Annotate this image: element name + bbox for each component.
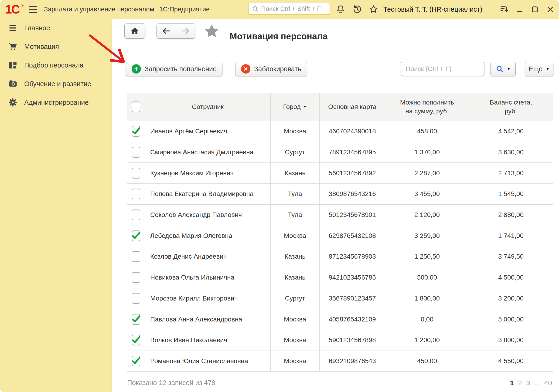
cell-balance: 4 500,00 <box>469 267 553 288</box>
cell-amount: 2 287,00 <box>385 163 469 183</box>
magnifier-icon <box>496 65 503 73</box>
page-ellipsis: ... <box>534 379 540 387</box>
list-search-input[interactable] <box>401 62 484 76</box>
row-checkbox-checked[interactable] <box>132 356 140 366</box>
row-checkbox-checked[interactable] <box>132 314 140 325</box>
gear-icon <box>8 98 18 107</box>
back-button[interactable] <box>157 24 176 38</box>
cell-employee: Кузнецов Максим Игоревич <box>145 163 271 183</box>
global-search-input[interactable]: Поиск Ctrl + Shift + F <box>249 3 330 15</box>
cell-balance: 4 542,00 <box>469 121 553 142</box>
find-button[interactable]: ▼ <box>491 62 516 76</box>
cell-balance: 1 545,00 <box>469 184 553 204</box>
table-row[interactable]: Кузнецов Максим Игоревич Казань 56012345… <box>127 163 553 184</box>
cell-city: Казань <box>271 163 320 183</box>
column-header-card[interactable]: Основная карта <box>320 93 385 121</box>
column-header-balance[interactable]: Баланс счета, руб. <box>469 93 553 121</box>
cell-city: Москва <box>271 225 320 246</box>
cell-card: 5901234567898 <box>320 330 385 351</box>
app-window: 1С® Зарплата и управление персоналом 1С:… <box>0 0 559 392</box>
sidebar-item-training[interactable]: Обучение и развитие <box>0 74 112 93</box>
row-checkbox-checked[interactable] <box>132 335 140 346</box>
table-row[interactable]: Морозов Кирилл Викторович Сургут 3567890… <box>127 288 553 309</box>
table-row[interactable]: Иванов Артём Сергеевич Москва 4607024390… <box>127 121 553 142</box>
cell-card: 3809876543216 <box>320 184 385 204</box>
cell-balance: 2 713,00 <box>469 163 553 183</box>
table-header: СотрудникГород▼Основная картаМожно попол… <box>127 93 553 121</box>
camera-icon <box>8 79 18 89</box>
row-checkbox-checked[interactable] <box>132 230 140 241</box>
cell-employee: Павлова Анна Александровна <box>145 309 271 330</box>
table-row[interactable]: Соколов Александр Павлович Тула 50123456… <box>127 205 553 226</box>
cart-icon <box>8 42 18 51</box>
maximize-icon[interactable] <box>531 5 539 14</box>
page-link-2[interactable]: 2 <box>518 379 522 387</box>
sidebar-item-recruiting[interactable]: Подбор персонала <box>0 56 112 74</box>
1c-logo: 1С® <box>5 3 23 15</box>
row-checkbox[interactable] <box>132 272 140 283</box>
column-header-amount[interactable]: Можно пополнить на сумму, руб. <box>385 93 469 121</box>
cell-amount: 450,00 <box>385 351 469 372</box>
close-icon[interactable] <box>546 5 554 14</box>
table-row[interactable]: Новикова Ольга Ильинична Казань 94210234… <box>127 267 553 288</box>
home-button[interactable] <box>124 23 145 39</box>
cell-city: Москва <box>271 330 320 351</box>
cell-card: 4058765432109 <box>320 309 385 330</box>
cell-balance: 2 880,00 <box>469 205 553 225</box>
row-checkbox[interactable] <box>132 147 140 158</box>
employees-table: СотрудникГород▼Основная картаМожно попол… <box>127 93 553 372</box>
cell-card: 5012345678901 <box>320 205 385 225</box>
table-row[interactable]: Волков Иван Николаевич Москва 5901234567… <box>127 330 553 351</box>
sidebar-item-motivation[interactable]: Мотивация <box>0 37 112 56</box>
table-row[interactable]: Козлов Денис Андреевич Казань 8712345678… <box>127 246 553 267</box>
collapse-panel-icon[interactable] <box>500 5 509 14</box>
row-checkbox[interactable] <box>132 251 140 262</box>
current-user[interactable]: Тестовый Т. Т. (HR-специалист) <box>383 6 482 13</box>
page-link-40[interactable]: 40 <box>544 379 552 387</box>
row-checkbox[interactable] <box>132 189 140 199</box>
history-icon[interactable] <box>353 5 362 14</box>
forward-button[interactable] <box>176 24 195 38</box>
column-header-city[interactable]: Город▼ <box>271 93 320 121</box>
app-title: Зарплата и управление персоналом <box>44 6 154 13</box>
favorite-star-icon[interactable] <box>204 23 220 39</box>
row-checkbox-checked[interactable] <box>132 126 140 137</box>
table-row[interactable]: Смирнова Анастасия Дмитриевна Сургут 789… <box>127 142 553 163</box>
sidebar-item-main[interactable]: Главное <box>0 19 112 37</box>
row-checkbox[interactable] <box>132 168 140 179</box>
cell-city: Казань <box>271 267 320 288</box>
find-dropdown-caret: ▼ <box>507 67 511 71</box>
cell-amount: 1 250,50 <box>385 246 469 267</box>
cell-city: Сургут <box>271 142 320 163</box>
cell-employee: Лебедева Мария Олеговна <box>145 225 271 246</box>
table-row[interactable]: Лебедева Мария Олеговна Москва 629876543… <box>127 225 553 246</box>
star-outline-icon[interactable] <box>369 5 378 14</box>
column-header-employee[interactable]: Сотрудник <box>145 93 271 121</box>
cell-employee: Романова Юлия Станиславовна <box>145 351 271 372</box>
page-link-1[interactable]: 1 <box>510 379 514 387</box>
page-link-3[interactable]: 3 <box>526 379 530 387</box>
bell-icon[interactable] <box>336 5 345 14</box>
select-all-checkbox[interactable] <box>132 101 140 112</box>
sidebar-item-administration[interactable]: Администрирование <box>0 93 112 112</box>
table-row[interactable]: Павлова Анна Александровна Москва 405876… <box>127 309 553 330</box>
cell-card: 9421023456785 <box>320 267 385 288</box>
block-button[interactable]: Заблокировать <box>235 62 307 76</box>
cell-amount: 0,00 <box>385 309 469 330</box>
cell-card: 3567890123457 <box>320 288 385 309</box>
table-row[interactable]: Попова Екатерина Владимировна Тула 38098… <box>127 184 553 205</box>
cell-employee: Козлов Денис Андреевич <box>145 246 271 267</box>
request-topup-button[interactable]: Запросить пополнение <box>126 62 223 76</box>
minimize-icon[interactable] <box>516 5 524 14</box>
row-checkbox[interactable] <box>132 210 140 220</box>
cell-amount: 500,00 <box>385 267 469 288</box>
cell-balance: 1 741,00 <box>469 225 553 246</box>
history-nav-group <box>157 23 195 39</box>
main-menu-icon[interactable] <box>29 6 37 13</box>
table-row[interactable]: Романова Юлия Станиславовна Москва 69321… <box>127 351 553 372</box>
more-button[interactable]: Еще ▼ <box>525 62 553 76</box>
cell-balance: 4 550,00 <box>469 351 553 372</box>
cell-employee: Новикова Ольга Ильинична <box>145 267 271 288</box>
row-checkbox[interactable] <box>132 293 140 304</box>
cell-city: Москва <box>271 309 320 330</box>
